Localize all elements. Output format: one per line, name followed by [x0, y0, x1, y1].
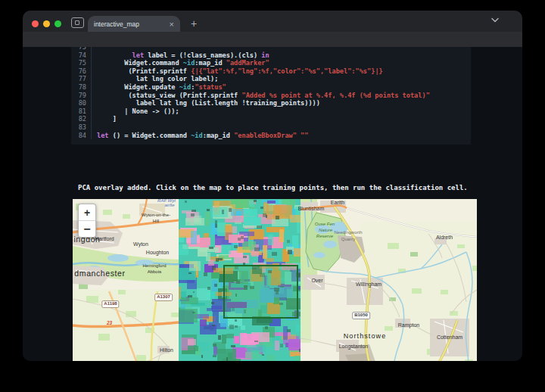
code-line: 75 Widget.command ~id:map_id "addMarker": [71, 59, 471, 67]
code-line: 79 (status_view (Printf.sprintf "Added %…: [71, 92, 471, 100]
new-tab-button[interactable]: +: [186, 16, 201, 31]
code-line: 80 label lat lng (List.length !training_…: [71, 99, 471, 107]
code-line: 83: [71, 123, 471, 132]
maximize-window-button[interactable]: [54, 20, 61, 27]
screenshot-stage: interactive_map × + Not Secure: [0, 0, 545, 392]
code-line: 74 let label = (!class_names).(cls) in: [71, 51, 471, 60]
tab-title: interactive_map: [94, 20, 170, 28]
close-window-button[interactable]: [32, 20, 39, 27]
zoom-out-button[interactable]: −: [79, 220, 95, 237]
status-text: PCA overlay added. Click on the map to p…: [78, 184, 502, 191]
minimize-window-button[interactable]: [43, 20, 50, 27]
code-line: 76 (Printf.sprintf {|{"lat":%f,"lng":%f,…: [71, 67, 471, 76]
tab-menu-chevron-icon[interactable]: [490, 17, 500, 23]
bbox-rectangle: [223, 265, 298, 319]
browser-window: interactive_map × + Not Secure: [23, 11, 522, 361]
zoom-in-button[interactable]: +: [79, 204, 95, 220]
code-block: 7374 let label = (!class_names).(cls) in…: [71, 47, 471, 145]
tab-interactive-map[interactable]: interactive_map ×: [88, 16, 180, 32]
interactive-map[interactable]: RAF WytairfieWyton-on-the-HillHartfordWy…: [73, 199, 477, 361]
tab-overview-icon[interactable]: [71, 17, 84, 28]
map-zoom-control: + −: [78, 204, 96, 238]
tab-strip: interactive_map × +: [23, 11, 522, 32]
page-content: 7374 let label = (!class_names).(cls) in…: [23, 47, 522, 361]
code-line: 81 | None -> ());: [71, 107, 471, 116]
browser-toolbar: Not Secure http://notorious2:8080/notebo…: [23, 32, 522, 47]
code-line: 84let () = Widget.command ~id:map_id "en…: [71, 132, 471, 140]
code-line: 82 ]: [71, 115, 471, 123]
code-line: 78 Widget.update ~id:"status": [71, 83, 471, 92]
tab-close-icon[interactable]: ×: [170, 20, 174, 28]
code-rows: 7374 let label = (!class_names).(cls) in…: [71, 47, 471, 139]
code-line: 77 lat lng color label);: [71, 75, 471, 83]
